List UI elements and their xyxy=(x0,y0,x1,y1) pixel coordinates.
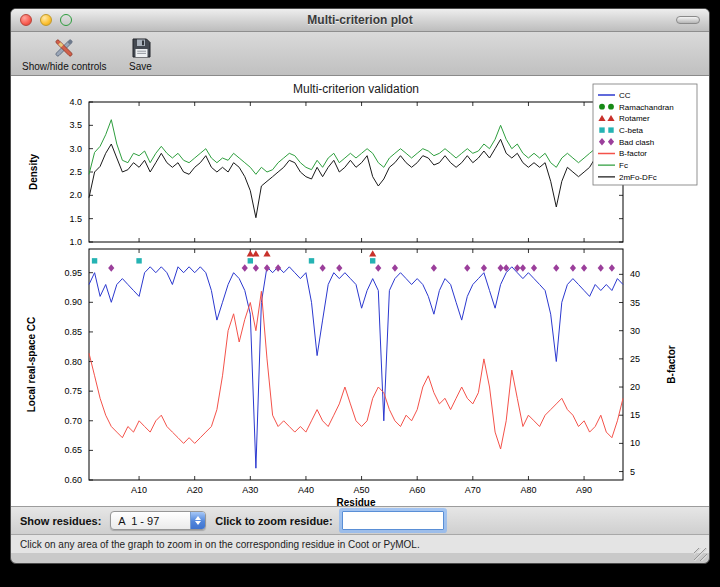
svg-text:A90: A90 xyxy=(576,485,592,495)
svg-text:4.0: 4.0 xyxy=(69,97,82,107)
svg-text:3.5: 3.5 xyxy=(69,120,82,130)
svg-text:2mFo-DFc: 2mFo-DFc xyxy=(619,173,657,182)
save-button[interactable]: Save xyxy=(126,34,156,73)
svg-text:0.75: 0.75 xyxy=(64,386,82,396)
svg-text:0.80: 0.80 xyxy=(64,357,82,367)
svg-text:25: 25 xyxy=(630,354,640,364)
show-hide-controls-button[interactable]: Show/hide controls xyxy=(19,34,110,73)
controls-bar: Show residues: A 1 - 97 Click to zoom re… xyxy=(11,506,709,534)
svg-text:B-factor: B-factor xyxy=(666,345,677,383)
svg-text:A10: A10 xyxy=(131,485,147,495)
svg-text:0.90: 0.90 xyxy=(64,297,82,307)
svg-text:C-beta: C-beta xyxy=(619,126,644,135)
svg-text:2.5: 2.5 xyxy=(69,167,82,177)
close-button[interactable] xyxy=(20,14,32,26)
resize-grip[interactable] xyxy=(694,548,707,561)
validation-chart-svg[interactable]: Multi-criterion validation1.01.52.02.53.… xyxy=(11,76,710,506)
svg-text:3.0: 3.0 xyxy=(69,144,82,154)
show-residues-label: Show residues: xyxy=(20,515,101,527)
popup-stepper-icon xyxy=(190,512,205,529)
svg-text:35: 35 xyxy=(630,298,640,308)
chart-legend: CCRamachandranRotamerC-betaBad clashB-fa… xyxy=(593,84,697,185)
crossed-tools-icon xyxy=(51,35,77,61)
zoom-window-button[interactable] xyxy=(60,14,72,26)
window-controls xyxy=(20,14,72,26)
titlebar[interactable]: Multi-criterion plot xyxy=(11,9,709,32)
zoom-residue-label: Click to zoom residue: xyxy=(215,515,332,527)
svg-text:2.0: 2.0 xyxy=(69,190,82,200)
residue-range-value: A 1 - 97 xyxy=(111,515,159,527)
svg-text:Fc: Fc xyxy=(619,161,628,170)
svg-text:0.70: 0.70 xyxy=(64,416,82,426)
svg-text:30: 30 xyxy=(630,326,640,336)
window-title: Multi-criterion plot xyxy=(11,13,709,27)
svg-text:5: 5 xyxy=(630,467,635,477)
svg-text:1.0: 1.0 xyxy=(69,237,82,247)
svg-text:A20: A20 xyxy=(187,485,203,495)
svg-text:15: 15 xyxy=(630,410,640,420)
minimize-button[interactable] xyxy=(40,14,52,26)
svg-text:1.5: 1.5 xyxy=(69,214,82,224)
save-floppy-icon xyxy=(129,35,153,61)
svg-text:A80: A80 xyxy=(520,485,536,495)
svg-text:A40: A40 xyxy=(298,485,314,495)
svg-text:0.60: 0.60 xyxy=(64,475,82,485)
toolbar-toggle-button[interactable] xyxy=(676,16,700,24)
show-hide-controls-label: Show/hide controls xyxy=(22,61,107,72)
svg-text:CC: CC xyxy=(619,91,631,100)
svg-text:40: 40 xyxy=(630,269,640,279)
plot-figure[interactable]: Multi-criterion validation1.01.52.02.53.… xyxy=(11,76,709,506)
screen: { "window": { "title": "Multi-criterion … xyxy=(0,0,720,587)
svg-text:A70: A70 xyxy=(465,485,481,495)
svg-text:0.85: 0.85 xyxy=(64,327,82,337)
zoom-residue-input[interactable] xyxy=(342,511,444,530)
svg-text:Residue: Residue xyxy=(337,497,376,506)
svg-text:Ramachandran: Ramachandran xyxy=(619,103,674,112)
svg-text:Bad clash: Bad clash xyxy=(619,138,654,147)
svg-text:0.65: 0.65 xyxy=(64,445,82,455)
multi-criterion-plot-window: Multi-criterion plot Show/hide controls xyxy=(10,8,710,564)
svg-text:B-factor: B-factor xyxy=(619,149,647,158)
svg-text:A30: A30 xyxy=(242,485,258,495)
svg-text:A60: A60 xyxy=(409,485,425,495)
toolbar: Show/hide controls Save xyxy=(11,32,709,76)
svg-text:20: 20 xyxy=(630,382,640,392)
svg-text:Density: Density xyxy=(28,154,39,191)
svg-text:Rotamer: Rotamer xyxy=(619,114,650,123)
save-label: Save xyxy=(129,61,152,72)
residue-range-select[interactable]: A 1 - 97 xyxy=(110,511,206,530)
svg-text:Local real-space CC: Local real-space CC xyxy=(26,317,37,413)
status-bar: Click on any area of the graph to zoom i… xyxy=(11,534,709,553)
svg-text:Multi-criterion validation: Multi-criterion validation xyxy=(293,82,419,96)
svg-text:A50: A50 xyxy=(354,485,370,495)
status-message: Click on any area of the graph to zoom i… xyxy=(20,539,420,550)
svg-text:10: 10 xyxy=(630,438,640,448)
svg-text:0.95: 0.95 xyxy=(64,268,82,278)
